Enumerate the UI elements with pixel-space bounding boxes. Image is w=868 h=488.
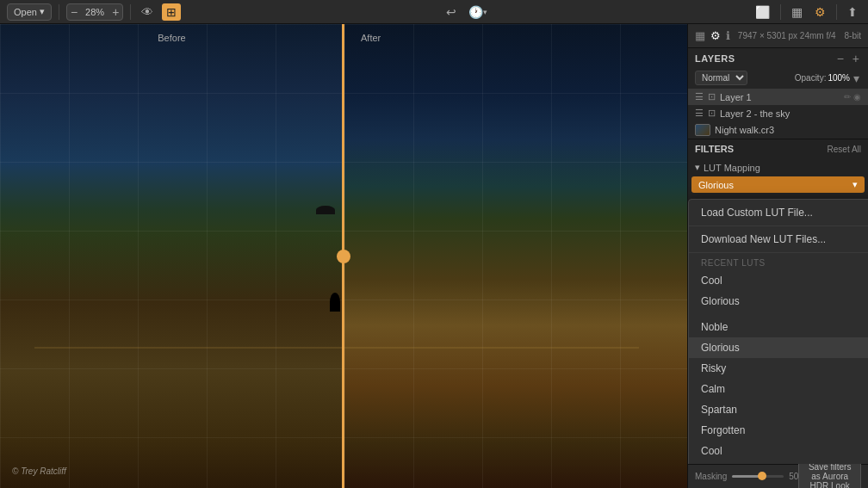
masking-label: Masking: [695, 472, 727, 481]
before-photo: [0, 24, 344, 488]
lut-inca[interactable]: Inca: [689, 461, 868, 464]
separator4: [836, 4, 837, 20]
canvas-area: Before After © Trey Ratcliff: [0, 24, 687, 488]
layer-name-3: Night walk.cr3: [715, 125, 861, 135]
filters-section: FILTERS Reset All ▾ LUT Mapping Glorious…: [688, 139, 868, 464]
opacity-expand-button[interactable]: ▾: [852, 72, 861, 84]
toolbar: Open ▾ − 28% + 👁 ⊞ ↩ 🕐 ▾ ⬜ ▦ ⚙ ⬆: [0, 0, 868, 24]
chevron-down-icon: ▾: [40, 6, 45, 17]
settings-button[interactable]: ⚙: [811, 5, 829, 19]
lut-title: LUT Mapping: [704, 163, 760, 173]
layers-header: LAYERS − +: [688, 48, 868, 69]
layers-section: LAYERS − + Normal Opacity: 100% ▾ ☰: [688, 48, 868, 139]
bit-depth-label: 8-bit: [845, 31, 861, 40]
recent-lut-cool[interactable]: Cool: [689, 270, 868, 291]
zoom-value: 28%: [81, 7, 108, 17]
main-area: Before After © Trey Ratcliff ▦ ⚙ ℹ 7947 …: [0, 24, 868, 488]
export-icon: ⬆: [847, 5, 858, 19]
zoom-in-button[interactable]: +: [108, 6, 122, 18]
layer-type-icon: ⊡: [708, 91, 716, 102]
adjustments-icon[interactable]: ⚙: [710, 29, 721, 42]
export-button[interactable]: ⬆: [844, 5, 861, 19]
layers-buttons: − +: [835, 53, 861, 65]
layers-title: LAYERS: [695, 53, 735, 64]
zoom-out-button[interactable]: −: [67, 6, 81, 18]
img-size-label: 7947 × 5301 px 24mm f/4: [738, 31, 836, 40]
eye-icon: 👁: [141, 5, 153, 19]
lut-current-button[interactable]: Glorious ▾: [691, 176, 865, 193]
history-button[interactable]: 🕐 ▾: [465, 5, 491, 19]
layer-visibility-icon: ☰: [695, 91, 704, 102]
lut-forgotten[interactable]: Forgotten: [689, 420, 868, 441]
filters-title: FILTERS: [695, 144, 734, 154]
bottom-bar: Masking 50 Save filters as Aurora HDR Lo…: [688, 464, 868, 488]
lut-section: ▾ LUT Mapping Glorious ▾ Load Custom LUT…: [688, 158, 868, 198]
layer-name-2: Layer 2 - the sky: [720, 108, 861, 119]
layer-row-1[interactable]: ☰ ⊡ Layer 1 ✏ ◉: [688, 89, 868, 105]
layer-3-thumb: [695, 124, 710, 136]
lut-cool[interactable]: Cool: [689, 441, 868, 461]
blend-mode-select[interactable]: Normal: [695, 71, 747, 85]
layer-row-3[interactable]: Night walk.cr3: [688, 121, 868, 139]
figure-silhouette: [330, 293, 340, 312]
load-custom-lut-item[interactable]: Load Custom LUT File...: [689, 200, 868, 226]
panel-right-icons: 7947 × 5301 px 24mm f/4 8-bit: [738, 31, 861, 40]
separator2: [130, 4, 131, 20]
open-button[interactable]: Open ▾: [7, 3, 52, 21]
grid-icon: ▦: [791, 5, 803, 19]
undo-icon: ↩: [446, 5, 456, 19]
after-photo: [344, 24, 687, 488]
opacity-group: Opacity: 100% ▾: [795, 72, 861, 84]
histogram-icon[interactable]: ▦: [695, 29, 705, 42]
reset-all-button[interactable]: Reset All: [828, 145, 861, 154]
lut-calm[interactable]: Calm: [689, 379, 868, 399]
lut-glorious[interactable]: Glorious: [689, 337, 868, 358]
umbrella-silhouette: [316, 206, 335, 214]
lut-spartan[interactable]: Spartan: [689, 399, 868, 420]
right-panel: ▦ ⚙ ℹ 7947 × 5301 px 24mm f/4 8-bit LAYE…: [687, 24, 868, 488]
crop-button[interactable]: ⬜: [752, 5, 773, 19]
divider-handle[interactable]: [337, 250, 350, 263]
masking-slider[interactable]: [732, 475, 784, 478]
recent-lut-glorious[interactable]: Glorious: [689, 291, 868, 312]
layer-1-actions: ✏ ◉: [844, 92, 861, 102]
layer-row-2[interactable]: ☰ ⊡ Layer 2 - the sky: [688, 105, 868, 121]
lut-dropdown-menu: Load Custom LUT File... Download New LUT…: [688, 199, 868, 464]
recent-luts-label: RECENT LUTS: [689, 253, 868, 270]
layer-name-1: Layer 1: [720, 92, 840, 102]
undo-button[interactable]: ↩: [443, 5, 460, 19]
layers-blend-row: Normal Opacity: 100% ▾: [688, 69, 868, 89]
info-icon[interactable]: ℹ: [726, 29, 730, 42]
lut-collapse-icon: ▾: [695, 162, 700, 173]
crop-icon: ⬜: [755, 5, 770, 19]
layer-1-eye-button[interactable]: ◉: [853, 92, 861, 102]
grid-button[interactable]: ▦: [788, 5, 806, 19]
sliders-icon: ⚙: [815, 5, 826, 19]
view-toggle-button[interactable]: 👁: [138, 5, 157, 19]
layer-1-edit-button[interactable]: ✏: [844, 92, 851, 102]
separator3: [780, 4, 781, 20]
masking-knob[interactable]: [758, 472, 766, 480]
lut-current-label: Glorious: [698, 180, 734, 190]
layer-2-visibility-icon: ☰: [695, 108, 704, 119]
opacity-value: 100%: [828, 73, 850, 83]
split-divider[interactable]: [342, 24, 344, 488]
zoom-control: − 28% +: [66, 3, 123, 21]
lut-header[interactable]: ▾ LUT Mapping: [691, 158, 865, 176]
masking-value: 50: [789, 472, 798, 481]
lut-chevron-icon: ▾: [852, 179, 858, 190]
horizon-line: [34, 347, 639, 349]
download-new-lut-item[interactable]: Download New LUT Files...: [689, 226, 868, 253]
lut-risky[interactable]: Risky: [689, 358, 868, 379]
split-view-button[interactable]: ⊞: [162, 3, 181, 21]
masking-group: Masking 50: [695, 472, 798, 481]
watermark: © Trey Ratcliff: [12, 466, 66, 476]
history-icon: 🕐: [468, 5, 483, 19]
separator: [59, 4, 59, 20]
layers-plus-button[interactable]: +: [851, 53, 861, 65]
lut-noble[interactable]: Noble: [689, 317, 868, 337]
layer-2-type-icon: ⊡: [708, 108, 716, 119]
filters-header: FILTERS Reset All: [688, 139, 868, 158]
layers-minus-button[interactable]: −: [835, 53, 846, 65]
panel-top-icons: ▦ ⚙ ℹ 7947 × 5301 px 24mm f/4 8-bit: [688, 24, 868, 48]
